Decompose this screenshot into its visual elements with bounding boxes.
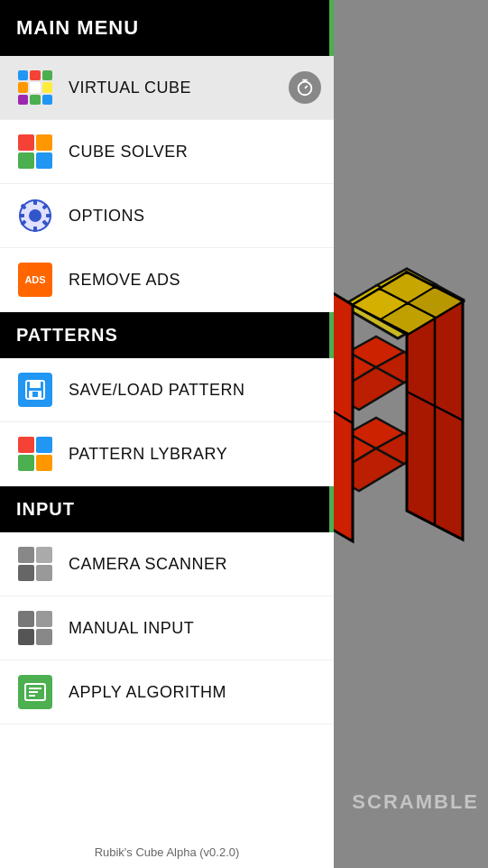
pattern-lib-label: PATTERN LYBRARY <box>69 445 227 464</box>
patterns-header: PATTERNS <box>0 312 334 358</box>
menu-item-camera-scanner[interactable]: CAMERA SCANNER <box>0 532 334 596</box>
menu-item-save-load[interactable]: SAVE/LOAD PATTERN <box>0 358 334 422</box>
input-header: INPUT <box>0 486 334 532</box>
remove-ads-icon: ADS <box>16 261 54 299</box>
menu-item-pattern-lib[interactable]: PATTERN LYBRARY <box>0 422 334 486</box>
footer-version: Rubik's Cube Alpha (v0.2.0) <box>0 845 334 859</box>
manual-input-label: MANUAL INPUT <box>69 619 194 638</box>
menu-item-manual-input[interactable]: MANUAL INPUT <box>0 596 334 660</box>
menu-item-apply-algorithm[interactable]: APPLY ALGORITHM <box>0 660 334 725</box>
svg-rect-42 <box>33 199 37 205</box>
svg-rect-43 <box>33 226 37 232</box>
timer-icon <box>289 71 321 104</box>
accent-bar <box>329 0 334 56</box>
menu-item-options[interactable]: OPTIONS <box>0 184 334 248</box>
cube-solver-icon <box>16 133 54 171</box>
apply-algorithm-icon <box>16 673 54 711</box>
virtual-cube-icon <box>16 69 54 106</box>
save-load-icon <box>16 371 54 409</box>
scramble-label: SCRAMBLE <box>352 790 479 814</box>
virtual-cube-label: VIRTUAL CUBE <box>69 78 191 97</box>
apply-algorithm-label: APPLY ALGORITHM <box>69 683 226 702</box>
svg-rect-51 <box>30 381 41 388</box>
save-load-label: SAVE/LOAD PATTERN <box>69 381 245 400</box>
svg-point-36 <box>299 82 312 96</box>
svg-rect-44 <box>19 214 24 217</box>
svg-rect-53 <box>32 392 38 397</box>
menu-item-virtual-cube[interactable]: VIRTUAL CUBE <box>0 56 334 120</box>
accent-bar-2 <box>329 312 334 358</box>
options-label: OPTIONS <box>69 207 145 226</box>
accent-bar-3 <box>329 486 334 532</box>
menu-panel: MAIN MENU VIRTUAL CUBE <box>0 0 334 868</box>
pattern-lib-icon <box>16 435 54 473</box>
menu-item-cube-solver[interactable]: CUBE SOLVER <box>0 120 334 184</box>
camera-scanner-label: CAMERA SCANNER <box>69 555 227 574</box>
svg-rect-45 <box>46 214 51 217</box>
svg-line-38 <box>305 86 308 88</box>
camera-scanner-icon <box>16 545 54 583</box>
svg-point-41 <box>29 209 41 222</box>
cube-solver-label: CUBE SOLVER <box>69 143 188 162</box>
main-menu-header: MAIN MENU <box>0 0 334 56</box>
options-icon <box>16 197 54 235</box>
menu-item-remove-ads[interactable]: ADS REMOVE ADS <box>0 248 334 312</box>
manual-input-icon <box>16 609 54 647</box>
remove-ads-label: REMOVE ADS <box>69 271 180 290</box>
